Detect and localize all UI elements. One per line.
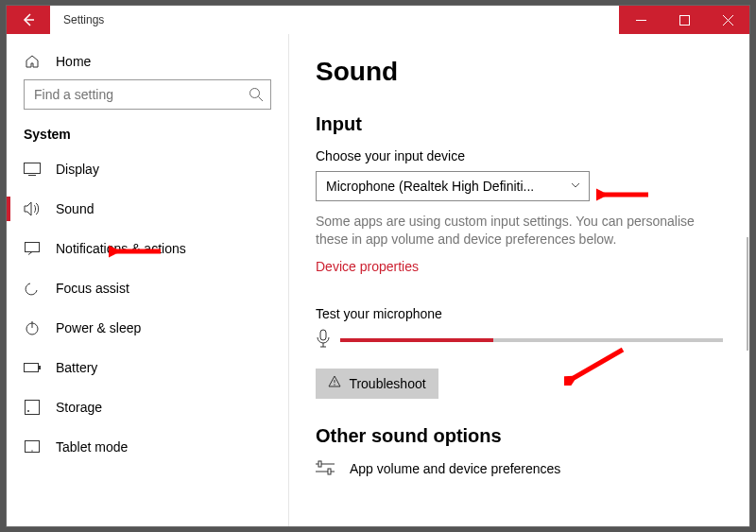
maximize-button[interactable] xyxy=(662,6,706,34)
warning-icon xyxy=(328,375,341,391)
window-body: Home System Display Sound xyxy=(7,34,749,526)
other-options-heading: Other sound options xyxy=(316,425,723,447)
troubleshoot-label: Troubleshoot xyxy=(349,376,425,391)
svg-rect-11 xyxy=(320,330,326,340)
sidebar-item-label: Sound xyxy=(56,201,94,216)
search-icon xyxy=(249,87,264,106)
sidebar-item-tablet-mode[interactable]: Tablet mode xyxy=(7,427,288,467)
svg-rect-6 xyxy=(39,366,41,369)
home-label: Home xyxy=(56,54,91,69)
minimize-icon xyxy=(636,15,646,26)
page-title: Sound xyxy=(316,57,723,87)
home-button[interactable]: Home xyxy=(7,47,288,79)
notifications-icon xyxy=(24,240,41,257)
sidebar-item-label: Battery xyxy=(56,360,97,375)
svg-rect-2 xyxy=(25,163,41,174)
title-bar: Settings xyxy=(7,6,749,34)
svg-point-1 xyxy=(250,89,260,98)
app-volume-label: App volume and device preferences xyxy=(350,461,560,476)
sidebar-item-sound[interactable]: Sound xyxy=(7,189,288,229)
svg-rect-0 xyxy=(679,15,689,25)
close-icon xyxy=(723,15,733,26)
sidebar-item-label: Tablet mode xyxy=(56,439,128,455)
svg-point-8 xyxy=(27,410,29,412)
choose-input-label: Choose your input device xyxy=(316,148,723,163)
svg-rect-14 xyxy=(328,469,331,474)
input-description: Some apps are using custom input setting… xyxy=(316,213,722,249)
nav-list: Display Sound Notifications & actions Fo… xyxy=(7,149,288,467)
section-heading: System xyxy=(7,123,288,149)
maximize-icon xyxy=(679,15,690,26)
app-volume-option[interactable]: App volume and device preferences xyxy=(316,460,723,478)
minimize-button[interactable] xyxy=(619,6,662,34)
search-input[interactable] xyxy=(24,79,271,110)
test-mic-label: Test your microphone xyxy=(316,306,723,321)
scrollbar[interactable] xyxy=(747,237,748,351)
sidebar-item-notifications[interactable]: Notifications & actions xyxy=(7,229,288,268)
sidebar-item-storage[interactable]: Storage xyxy=(7,387,288,427)
svg-rect-3 xyxy=(26,243,40,252)
content-area: Sound Input Choose your input device Mic… xyxy=(289,34,749,526)
window-title: Settings xyxy=(50,6,117,34)
mic-level-track xyxy=(340,338,723,342)
storage-icon xyxy=(24,399,41,416)
focus-assist-icon xyxy=(24,280,41,297)
sidebar-item-battery[interactable]: Battery xyxy=(7,348,288,387)
sidebar-item-focus-assist[interactable]: Focus assist xyxy=(7,268,288,308)
svg-rect-13 xyxy=(318,461,321,467)
input-heading: Input xyxy=(316,113,723,135)
settings-window: Settings Home xyxy=(6,5,750,527)
sidebar-item-label: Storage xyxy=(56,400,102,415)
back-button[interactable] xyxy=(7,6,50,34)
sound-icon xyxy=(24,200,41,217)
power-icon xyxy=(24,319,41,336)
sidebar-item-label: Notifications & actions xyxy=(56,241,186,256)
sidebar-item-label: Power & sleep xyxy=(56,320,141,335)
sliders-icon xyxy=(316,460,335,478)
troubleshoot-button[interactable]: Troubleshoot xyxy=(316,369,438,399)
sidebar-item-label: Focus assist xyxy=(56,281,129,296)
input-device-select[interactable]: Microphone (Realtek High Definiti... xyxy=(316,171,590,201)
svg-rect-7 xyxy=(26,401,40,415)
microphone-icon xyxy=(316,329,331,352)
svg-rect-5 xyxy=(25,364,39,372)
sidebar-item-label: Display xyxy=(56,162,99,177)
sidebar-item-display[interactable]: Display xyxy=(7,149,288,189)
mic-test-row xyxy=(316,329,723,352)
chevron-down-icon xyxy=(570,179,581,194)
close-button[interactable] xyxy=(706,6,749,34)
selected-device-text: Microphone (Realtek High Definiti... xyxy=(326,179,534,194)
sidebar: Home System Display Sound xyxy=(7,34,288,526)
svg-point-12 xyxy=(335,385,335,386)
display-icon xyxy=(24,161,41,178)
sidebar-item-power-sleep[interactable]: Power & sleep xyxy=(7,308,288,348)
tablet-icon xyxy=(24,438,41,455)
search-wrapper xyxy=(7,79,288,123)
window-controls xyxy=(619,6,749,34)
home-icon xyxy=(24,53,41,70)
battery-icon xyxy=(24,359,41,376)
svg-point-10 xyxy=(31,450,32,451)
device-properties-link[interactable]: Device properties xyxy=(316,259,419,274)
mic-level-fill xyxy=(340,338,493,342)
arrow-left-icon xyxy=(21,12,36,27)
